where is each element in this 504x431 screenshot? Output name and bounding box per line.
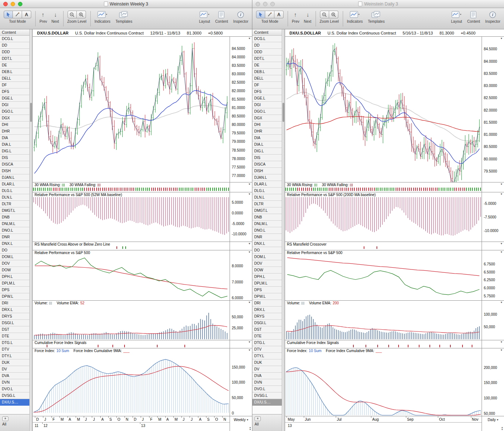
symbol-list-item[interactable]: DJAN.L [252, 174, 282, 181]
collapse-caret-icon[interactable]: ▾ [501, 37, 502, 40]
list-options-button[interactable] [255, 416, 261, 421]
symbol-list-item[interactable]: DIG.L [252, 148, 282, 155]
collapse-caret-icon[interactable]: ▾ [249, 349, 250, 352]
symbol-list-item[interactable]: DLAR.L [0, 181, 29, 188]
symbol-list-item[interactable]: DVN [252, 379, 282, 386]
symbol-list-item[interactable]: DLN.L [252, 194, 282, 201]
rs-mansfield-panel[interactable]: RS Mansfield Crossover ▾ [285, 242, 504, 250]
symbol-list-item[interactable]: DVSG.L [0, 392, 29, 399]
symbol-list-item[interactable]: DDT.L [252, 55, 282, 62]
symbol-list-item[interactable]: DV [0, 366, 29, 373]
symbol-list-item[interactable]: DEB.L [252, 69, 282, 75]
zoom-window-button[interactable] [270, 2, 275, 6]
symbol-list-item[interactable]: DOM.L [252, 254, 282, 260]
symbol-list-item[interactable]: DISH [252, 168, 282, 174]
symbol-list-item[interactable]: DGO.L [252, 108, 282, 115]
layout-button[interactable] [199, 11, 210, 18]
symbol-list-item[interactable]: DLG.L [252, 188, 282, 194]
symbol-list-item[interactable]: DNO.L [0, 227, 29, 234]
symbol-list-item[interactable]: DPH.L [252, 274, 282, 280]
collapse-caret-icon[interactable]: ▾ [249, 251, 250, 254]
symbol-list-item[interactable]: DTY.L [252, 353, 282, 359]
symbol-list-item[interactable]: DNX.L [0, 240, 29, 247]
pointer-tool-button[interactable] [256, 11, 265, 18]
symbol-list-item[interactable]: DIS [0, 155, 29, 161]
relperf-line-panel[interactable]: Relative Performance vs S&P 500 ▾6.75006… [285, 250, 504, 301]
symbol-list-item[interactable]: DVSG.L [252, 392, 282, 399]
sidebar-scrollbar[interactable] [29, 29, 33, 431]
symbol-list-item[interactable]: DSGI.L [252, 320, 282, 326]
symbol-list-item[interactable]: DTE [0, 333, 29, 340]
symbol-list-item[interactable]: DUK [252, 359, 282, 366]
collapse-caret-icon[interactable]: ▾ [501, 349, 502, 352]
symbol-list-item[interactable]: DVA [252, 373, 282, 379]
symbol-list-item[interactable]: DELL [0, 75, 29, 82]
symbol-list-item[interactable]: DOW [0, 267, 29, 274]
price-plot[interactable] [33, 37, 230, 182]
symbol-list-item[interactable]: DMGT.L [252, 207, 282, 214]
scrollbar-thumb[interactable] [282, 103, 284, 122]
symbol-list-item[interactable]: DDT.L [0, 55, 29, 62]
symbol-list-item[interactable]: DOW [252, 267, 282, 274]
symbol-list-item[interactable]: DNR [0, 234, 29, 240]
symbol-list-item[interactable]: DGE.L [252, 95, 282, 102]
symbol-list-item[interactable]: DPS [0, 287, 29, 293]
cfi-signals-panel[interactable]: Cumulative Force Index Signals ▾ [285, 340, 504, 348]
sidebar-header[interactable]: Content [0, 29, 29, 36]
price-panel[interactable]: ▾84.500084.000083.500083.000082.500082.0… [33, 37, 252, 182]
symbol-list-item[interactable]: DE [0, 62, 29, 69]
scroll-arrows-icon[interactable]: ▲▼ [249, 426, 251, 431]
symbol-list-item[interactable]: DOV [0, 260, 29, 267]
symbol-list-item[interactable]: DIS [252, 155, 282, 161]
title-bar[interactable]: Weinstein Daily 3 [252, 0, 504, 8]
symbol-list-item[interactable]: DGO.L [0, 108, 29, 115]
zoom-out-button[interactable] [320, 11, 329, 18]
symbol-list-item[interactable]: DCG.L [0, 36, 29, 42]
symbol-list-item[interactable]: DNO.L [252, 227, 282, 234]
symbol-list-item[interactable]: DPLM.L [0, 280, 29, 287]
text-tool-button[interactable]: A [274, 11, 284, 18]
symbol-list-item[interactable]: DO [252, 247, 282, 254]
symbol-list-item[interactable]: DRI [252, 300, 282, 307]
collapse-caret-icon[interactable]: ▾ [501, 193, 502, 196]
symbol-list-item[interactable]: DVA [0, 373, 29, 379]
templates-button[interactable] [371, 11, 381, 18]
close-button[interactable] [256, 2, 260, 6]
zoom-window-button[interactable] [18, 2, 22, 6]
collapse-caret-icon[interactable]: ▾ [249, 341, 250, 344]
collapse-caret-icon[interactable]: ▾ [249, 183, 250, 186]
content-button[interactable] [218, 11, 225, 18]
collapse-caret-icon[interactable]: ▾ [249, 37, 250, 40]
symbol-list-item[interactable]: DTV [252, 346, 282, 353]
draw-tool-button[interactable] [13, 11, 22, 18]
symbol-list-item[interactable]: DST [0, 326, 29, 333]
symbol-list-item[interactable]: DNB [0, 214, 29, 221]
symbol-list-item[interactable]: DLTR [0, 201, 29, 207]
templates-button[interactable] [119, 11, 129, 18]
symbol-list-item[interactable]: DHR [252, 128, 282, 135]
symbol-list-item[interactable]: DISCA [252, 161, 282, 168]
symbol-list-item[interactable]: DGX [252, 115, 282, 122]
draw-tool-button[interactable] [265, 11, 274, 18]
symbol-list-item[interactable]: DIA.L [252, 141, 282, 148]
next-button[interactable]: ↓ [52, 11, 59, 18]
symbol-list-item[interactable]: DRI [0, 300, 29, 307]
price-panel[interactable]: ▾84.500084.000083.500083.000082.500082.0… [285, 37, 504, 182]
symbol-list-item[interactable]: DGI [252, 102, 282, 108]
filter-all-label[interactable]: All [255, 422, 282, 426]
symbol-list-item[interactable]: DHR [0, 128, 29, 135]
symbol-list-item[interactable]: DDD [252, 49, 282, 55]
symbol-list-item[interactable]: DDD [0, 49, 29, 55]
symbol-list-item[interactable]: DHI [252, 122, 282, 128]
symbol-list-item[interactable]: DRX.L [0, 307, 29, 313]
symbol-list-item[interactable]: DNX.L [252, 240, 282, 247]
pointer-tool-button[interactable] [4, 11, 13, 18]
period-selector[interactable]: Weekly ▾ ▲▼ [230, 416, 252, 431]
symbol-list-item[interactable]: DNLM.L [0, 221, 29, 227]
symbol-list-item[interactable]: DFS [252, 88, 282, 95]
symbol-list-item[interactable]: DX/U.S.... [252, 399, 282, 406]
minimize-button[interactable] [263, 2, 267, 6]
symbol-list-item[interactable]: DTE [252, 333, 282, 340]
force-index-panel[interactable]: Force Index:10 Sum Force Index Cumulativ… [33, 348, 252, 416]
symbol-list-item[interactable]: DJAN.L [0, 174, 29, 181]
